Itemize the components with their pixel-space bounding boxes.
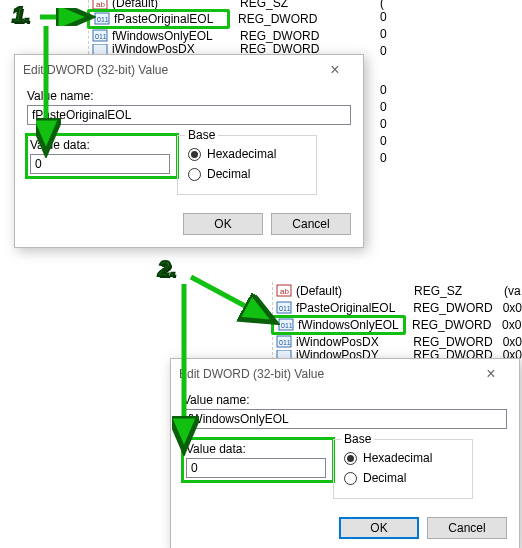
edit-dword-dialog-1: Edit DWORD (32-bit) Value × Value name: … <box>14 54 364 248</box>
value-type: REG_DWORD <box>240 44 330 54</box>
dword-icon <box>92 44 108 54</box>
value-name: iWindowPosDX <box>296 335 413 349</box>
side-data: 0 0 0 0 0 <box>380 83 387 168</box>
value-name-label: Value name: <box>183 393 507 407</box>
registry-row[interactable]: ab (Default) REG_SZ (va <box>273 282 522 299</box>
radio-label: Hexadecimal <box>207 147 276 161</box>
svg-text:011: 011 <box>281 322 293 329</box>
svg-text:011: 011 <box>97 16 109 23</box>
registry-row[interactable]: 011 fPasteOriginalEOL REG_DWORD 0x0 <box>273 299 522 316</box>
dword-icon: 011 <box>94 12 110 25</box>
value-data: (va <box>504 284 521 298</box>
value-data-field[interactable] <box>30 154 170 174</box>
radio-icon <box>344 452 357 465</box>
svg-line-18 <box>191 277 271 320</box>
value-data: 0 <box>380 44 400 54</box>
value-data: ( <box>380 0 400 10</box>
base-fieldset: Base Hexadecimal Decimal <box>333 439 473 499</box>
svg-text:ab: ab <box>280 287 289 296</box>
registry-row[interactable]: 011 fWindowsOnlyEOL REG_DWORD 0x0 <box>273 316 522 333</box>
value-type: REG_SZ <box>414 284 504 298</box>
radio-label: Decimal <box>207 167 250 181</box>
value-data: 0 <box>380 27 400 44</box>
value-data: 0x0 <box>503 335 522 349</box>
radio-icon <box>188 168 201 181</box>
ok-button[interactable]: OK <box>183 213 263 235</box>
step-1-label: 1. <box>12 2 30 28</box>
svg-text:011: 011 <box>279 305 291 312</box>
value-name: fWindowsOnlyEOL <box>112 29 240 43</box>
radio-icon <box>344 472 357 485</box>
base-label: Base <box>341 432 374 446</box>
radio-label: Decimal <box>363 471 406 485</box>
base-label: Base <box>185 128 218 142</box>
value-name: fPasteOriginalEOL <box>296 301 413 315</box>
radio-hexadecimal[interactable]: Hexadecimal <box>344 448 462 468</box>
value-name: fPasteOriginalEOL <box>114 12 226 26</box>
radio-hexadecimal[interactable]: Hexadecimal <box>188 144 306 164</box>
dialog-title: Edit DWORD (32-bit) Value <box>179 367 471 381</box>
svg-text:011: 011 <box>279 339 291 346</box>
value-data-field[interactable] <box>186 458 326 478</box>
radio-decimal[interactable]: Decimal <box>188 164 306 184</box>
value-type: REG_DWORD <box>413 301 502 315</box>
value-type: REG_DWORD <box>238 12 328 26</box>
string-icon: ab <box>276 284 292 297</box>
cancel-button[interactable]: Cancel <box>427 517 507 539</box>
dword-icon: 011 <box>278 318 294 331</box>
close-icon[interactable]: × <box>315 61 355 79</box>
value-data-label: Value data: <box>30 138 174 152</box>
radio-icon <box>188 148 201 161</box>
top-registry-list: ab (Default) REG_SZ 011 fPasteOriginalEO… <box>88 0 398 54</box>
value-name: iWindowPosDX <box>112 44 240 54</box>
value-data: 0 <box>380 134 387 151</box>
ok-button[interactable]: OK <box>339 517 419 539</box>
dword-icon: 011 <box>276 301 292 314</box>
radio-label: Hexadecimal <box>363 451 432 465</box>
value-name-label: Value name: <box>27 89 351 103</box>
registry-row[interactable]: 011 iWindowPosDX REG_DWORD 0x0 <box>273 333 522 350</box>
dialog-title: Edit DWORD (32-bit) Value <box>23 63 315 77</box>
cancel-button[interactable]: Cancel <box>271 213 351 235</box>
svg-text:011: 011 <box>95 33 107 40</box>
svg-text:ab: ab <box>96 0 105 9</box>
value-name: (Default) <box>296 284 414 298</box>
radio-decimal[interactable]: Decimal <box>344 468 462 488</box>
value-type: REG_DWORD <box>412 318 502 332</box>
value-type: REG_SZ <box>240 0 330 10</box>
value-data: 0 <box>380 10 400 27</box>
dword-icon: 011 <box>92 29 108 42</box>
dword-icon: 011 <box>276 335 292 348</box>
step-2-label: 2. <box>158 256 176 282</box>
value-name: fWindowsOnlyEOL <box>298 318 402 332</box>
mid-registry-list: ab (Default) REG_SZ (va 011 fPasteOrigin… <box>272 282 522 360</box>
value-type: REG_DWORD <box>240 29 330 43</box>
value-data: 0 <box>380 151 387 168</box>
value-data: 0 <box>380 117 387 134</box>
titlebar[interactable]: Edit DWORD (32-bit) Value × <box>15 55 363 85</box>
registry-row[interactable]: iWindowPosDX REG_DWORD <box>89 44 398 54</box>
value-name-field[interactable] <box>27 105 351 125</box>
top-data-col: ( 0 0 0 <box>380 0 400 54</box>
value-name-field[interactable] <box>183 409 507 429</box>
close-icon[interactable]: × <box>471 365 511 383</box>
registry-row[interactable]: 011 fPasteOriginalEOL REG_DWORD <box>89 10 398 27</box>
value-data-label: Value data: <box>186 442 330 456</box>
registry-row[interactable]: 011 fWindowsOnlyEOL REG_DWORD <box>89 27 398 44</box>
svg-rect-6 <box>93 44 107 54</box>
titlebar[interactable]: Edit DWORD (32-bit) Value × <box>171 359 519 389</box>
value-data: 0x0 <box>503 301 522 315</box>
value-type: REG_DWORD <box>413 335 502 349</box>
value-data: 0 <box>380 100 387 117</box>
edit-dword-dialog-2: Edit DWORD (32-bit) Value × Value name: … <box>170 358 520 548</box>
base-fieldset: Base Hexadecimal Decimal <box>177 135 317 195</box>
value-data: 0 <box>380 83 387 100</box>
value-data: 0x0 <box>502 318 521 332</box>
